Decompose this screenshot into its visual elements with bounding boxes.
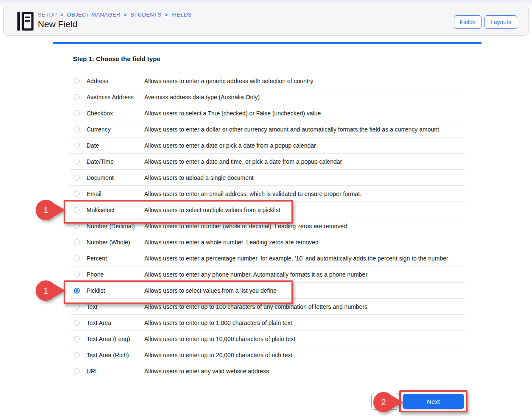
field-type-description: Allows users to enter an email address, … bbox=[144, 190, 361, 197]
radio-button[interactable] bbox=[74, 191, 80, 197]
field-type-list: Address Allows users to enter a generic … bbox=[70, 73, 465, 379]
annotation-callout-1: 1 bbox=[36, 200, 68, 220]
radio-button[interactable] bbox=[74, 239, 80, 245]
field-type-description: Allows users to enter number (whole or d… bbox=[144, 223, 347, 230]
radio-button[interactable] bbox=[74, 336, 80, 342]
radio-button[interactable] bbox=[74, 94, 80, 100]
field-type-description: Allows users to enter a percentage numbe… bbox=[144, 255, 448, 262]
field-type-label: Date bbox=[87, 142, 144, 149]
field-type-description: Allows users to enter a dollar or other … bbox=[144, 126, 439, 133]
next-button[interactable]: Next bbox=[403, 394, 464, 409]
field-type-description: Allows users to upload a single document bbox=[144, 174, 254, 181]
breadcrumb: SETUP > OBJECT MANAGER > STUDENTS > FIEL… bbox=[38, 11, 192, 18]
field-type-label: Address bbox=[87, 78, 144, 84]
field-type-description: Allows users to enter up to 20,000 chara… bbox=[144, 352, 292, 358]
radio-button[interactable] bbox=[74, 320, 80, 326]
field-type-label: Email bbox=[87, 190, 144, 197]
field-type-row[interactable]: Avetmiss Address Avetmiss address data t… bbox=[70, 89, 465, 105]
field-type-label: Number (Decimal) bbox=[87, 223, 144, 230]
field-type-description: Avetmiss address data type (Australia On… bbox=[144, 94, 260, 101]
field-type-description: Allows users to select multiple values f… bbox=[144, 207, 280, 213]
step-title: Step 1: Choose the field type bbox=[73, 55, 160, 62]
field-type-row[interactable]: URL Allows users to enter any valid webs… bbox=[70, 363, 465, 379]
field-type-description: Allows users to enter any valid website … bbox=[144, 368, 269, 375]
field-type-description: Allows users to enter up to 10,000 chara… bbox=[144, 336, 295, 342]
radio-button[interactable] bbox=[74, 255, 80, 261]
field-type-label: Percent bbox=[87, 255, 144, 262]
field-type-description: Allows users to enter a date or pick a d… bbox=[144, 142, 316, 149]
top-edge-strip bbox=[0, 0, 532, 6]
field-type-row[interactable]: Text Area (Long) Allows users to enter u… bbox=[70, 331, 465, 347]
radio-button[interactable] bbox=[74, 110, 80, 116]
field-type-row[interactable]: Email Allows users to enter an email add… bbox=[70, 186, 465, 202]
field-type-label: Date/Time bbox=[87, 158, 144, 165]
field-type-description: Allows users to enter a date and time, o… bbox=[144, 158, 342, 165]
field-type-description: Allows users to enter a whole number. Le… bbox=[144, 239, 319, 246]
field-type-row[interactable]: Text Area (Rich) Allows users to enter u… bbox=[70, 347, 465, 363]
field-type-label: Picklist bbox=[87, 287, 144, 294]
field-type-label: Text Area (Long) bbox=[87, 336, 144, 342]
field-type-row[interactable]: Date/Time Allows users to enter a date a… bbox=[70, 154, 465, 170]
field-type-description: Allows users to enter up to 100 characte… bbox=[144, 303, 367, 310]
field-type-label: Document bbox=[87, 174, 144, 181]
radio-button[interactable] bbox=[74, 304, 80, 310]
field-type-row[interactable]: Checkbox Allows users to select a True (… bbox=[70, 105, 465, 121]
field-type-label: Currency bbox=[87, 126, 144, 133]
field-type-description: Allows users to enter a generic address … bbox=[144, 78, 313, 84]
layouts-button[interactable]: Layouts bbox=[484, 15, 517, 29]
breadcrumb-item-object-manager[interactable]: OBJECT MANAGER bbox=[67, 11, 120, 18]
field-type-label: URL bbox=[87, 368, 144, 375]
field-type-row[interactable]: Number (Whole) Allows users to enter a w… bbox=[70, 234, 465, 250]
field-type-label: Avetmiss Address bbox=[87, 94, 144, 101]
radio-button[interactable] bbox=[74, 272, 80, 277]
breadcrumb-item-setup: SETUP bbox=[38, 11, 57, 18]
field-type-label: Text Area (Rich) bbox=[87, 352, 144, 358]
field-type-row[interactable]: Address Allows users to enter a generic … bbox=[70, 73, 465, 89]
field-type-label: Checkbox bbox=[87, 110, 144, 117]
radio-button[interactable] bbox=[74, 368, 80, 374]
field-type-row[interactable]: Document Allows users to upload a single… bbox=[70, 170, 465, 186]
annotation-number: 1 bbox=[36, 200, 56, 220]
radio-button[interactable] bbox=[74, 207, 80, 213]
radio-button[interactable] bbox=[74, 126, 80, 132]
chevron-right-icon: > bbox=[165, 12, 168, 18]
new-field-page: SETUP > OBJECT MANAGER > STUDENTS > FIEL… bbox=[0, 0, 532, 420]
page-title: New Field bbox=[38, 19, 77, 29]
radio-button[interactable] bbox=[74, 223, 80, 229]
page-header: SETUP > OBJECT MANAGER > STUDENTS > FIEL… bbox=[3, 6, 529, 36]
radio-button[interactable] bbox=[74, 143, 80, 148]
field-type-description: Allows users to select values from a lis… bbox=[144, 287, 277, 294]
chevron-right-icon: > bbox=[60, 12, 63, 18]
secondary-button[interactable] bbox=[371, 393, 399, 410]
field-type-description: Allows users to enter any phone number. … bbox=[144, 271, 367, 278]
annotation-callout-1: 1 bbox=[36, 280, 68, 301]
annotation-number: 1 bbox=[36, 280, 56, 301]
field-type-description: Allows users to select a True (checked) … bbox=[144, 110, 321, 117]
radio-button[interactable] bbox=[74, 78, 80, 84]
field-type-label: Phone bbox=[87, 271, 144, 278]
radio-button[interactable] bbox=[74, 175, 80, 181]
callout-arrow-icon bbox=[53, 284, 65, 297]
field-type-row[interactable]: Text Area Allows users to enter up to 1,… bbox=[70, 315, 465, 331]
field-type-description: Allows users to enter up to 1,000 charac… bbox=[144, 319, 292, 326]
field-type-label: Text bbox=[87, 303, 144, 310]
field-type-row[interactable]: Number (Decimal) Allows users to enter n… bbox=[70, 218, 465, 234]
field-type-row[interactable]: Date Allows users to enter a date or pic… bbox=[70, 137, 465, 154]
object-manager-book-icon bbox=[17, 12, 34, 31]
field-type-row[interactable]: Multiselect Allows users to select multi… bbox=[70, 202, 465, 218]
field-type-row[interactable]: Picklist Allows users to select values f… bbox=[70, 283, 465, 299]
chevron-right-icon: > bbox=[124, 12, 127, 18]
breadcrumb-item-fields[interactable]: FIELDS bbox=[171, 11, 192, 18]
breadcrumb-item-students[interactable]: STUDENTS bbox=[130, 11, 161, 18]
field-type-label: Text Area bbox=[87, 319, 144, 326]
fields-button[interactable]: Fields bbox=[454, 15, 482, 29]
field-type-label: Multiselect bbox=[87, 207, 144, 213]
field-type-row[interactable]: Phone Allows users to enter any phone nu… bbox=[70, 266, 465, 283]
field-type-row[interactable]: Text Allows users to enter up to 100 cha… bbox=[70, 299, 465, 315]
radio-button[interactable] bbox=[74, 159, 80, 165]
radio-button[interactable] bbox=[74, 288, 80, 294]
field-type-row[interactable]: Percent Allows users to enter a percenta… bbox=[70, 250, 465, 266]
field-type-row[interactable]: Currency Allows users to enter a dollar … bbox=[70, 121, 465, 137]
header-actions: Fields Layouts bbox=[454, 15, 517, 29]
radio-button[interactable] bbox=[74, 352, 80, 358]
